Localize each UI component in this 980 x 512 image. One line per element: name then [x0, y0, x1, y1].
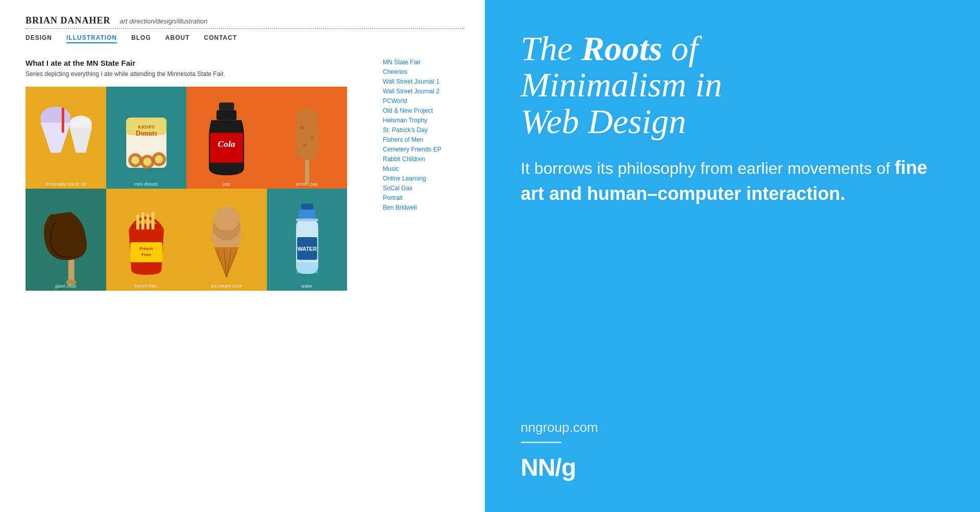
svg-marker-39	[214, 247, 239, 277]
svg-rect-50	[297, 262, 317, 273]
sidebar-link-old-new[interactable]: Old & New Project	[383, 107, 464, 114]
svg-text:Donuts: Donuts	[135, 130, 157, 137]
grid-cell-8: WATER water	[267, 189, 348, 291]
section-desc: Series depicting everything I ate while …	[26, 70, 362, 78]
svg-point-14	[143, 158, 151, 166]
nav-blog[interactable]: BLOG	[131, 34, 151, 43]
sidebar-link-cemetery[interactable]: Cemetery Friends EP	[383, 146, 464, 153]
svg-point-24	[300, 126, 303, 129]
nngroup-url: nngroup.com	[521, 420, 944, 436]
sidebar-link-cheerios[interactable]: Cheerios	[383, 68, 464, 75]
svg-rect-17	[219, 103, 234, 110]
left-panel: BRIAN DANAHER art direction/design/illus…	[0, 0, 485, 512]
site-nav: DESIGN ILLUSTRATION BLOG ABOUT CONTACT	[26, 34, 464, 43]
grid-cell-7: ice cream cone	[186, 189, 267, 291]
grid-cell-4: pronto pup	[267, 87, 348, 189]
svg-point-12	[131, 156, 139, 164]
cell-7-label: ice cream cone	[186, 284, 267, 289]
sidebar-link-portrait[interactable]: Portrait	[383, 194, 464, 201]
body-text-1: It borrows its philosophy from earlier m…	[521, 159, 895, 177]
svg-text:Fries: Fries	[141, 252, 151, 257]
svg-rect-45	[299, 210, 315, 219]
nngroup-logo: NN/g	[521, 453, 944, 481]
grid-cell-6: French Fries french fries	[106, 189, 187, 291]
sidebar-link-stpatrick[interactable]: St. Patrick's Day	[383, 126, 464, 134]
site-title-row: BRIAN DANAHER art direction/design/illus…	[26, 15, 464, 26]
svg-rect-18	[216, 110, 236, 120]
header-divider	[26, 28, 464, 29]
cell-6-label: french fries	[106, 284, 187, 289]
svg-rect-33	[141, 212, 144, 229]
title-minimalism: Minimalism in	[521, 65, 722, 104]
svg-rect-23	[296, 115, 318, 161]
cell-5-label: giant chop	[26, 284, 106, 289]
svg-marker-2	[41, 122, 71, 152]
svg-text:KRISPY: KRISPY	[138, 124, 155, 130]
svg-point-38	[213, 207, 239, 231]
cell-2-label: mini donuts	[106, 182, 187, 187]
main-content: What I ate at the MN State Fair Series d…	[26, 59, 362, 291]
nav-contact[interactable]: CONTACT	[204, 34, 237, 43]
nngroup-divider	[521, 442, 561, 443]
sidebar-link-wsj2[interactable]: Wall Street Journal 2	[383, 88, 464, 95]
cell-1-label: lemonade stand, lol	[26, 182, 106, 187]
site-name: BRIAN DANAHER	[26, 15, 111, 26]
svg-rect-47	[296, 219, 318, 221]
svg-point-16	[155, 155, 163, 163]
nav-about[interactable]: ABOUT	[165, 34, 190, 43]
sidebar-links: MN State Fair Cheerios Wall Street Journ…	[383, 59, 464, 291]
grid-cell-1: lemonade stand, lol	[26, 87, 106, 189]
sidebar-link-rabbit[interactable]: Rabbit Children	[383, 156, 464, 163]
article-header: The Roots of Minimalism in Web Design It…	[521, 31, 944, 207]
title-of: of	[663, 29, 698, 68]
sidebar-link-pcworld[interactable]: PCWorld	[383, 97, 464, 105]
sidebar-link-socal[interactable]: SoCal Gas	[383, 185, 464, 192]
sidebar-link-heisman[interactable]: Heisman Trophy	[383, 117, 464, 124]
cell-4-label: pronto pup	[267, 182, 348, 187]
image-grid: lemonade stand, lol KRISPY Donuts	[26, 87, 347, 291]
svg-text:French: French	[139, 246, 153, 251]
svg-rect-34	[146, 214, 149, 230]
svg-rect-44	[301, 203, 313, 210]
title-webdesign: Web Design	[521, 102, 686, 141]
svg-rect-32	[136, 215, 139, 230]
title-the: The	[521, 29, 581, 68]
cell-3-label: pop	[186, 182, 267, 187]
svg-point-26	[303, 144, 306, 147]
nngroup-section: nngroup.com NN/g	[521, 420, 944, 481]
section-title: What I ate at the MN State Fair	[26, 59, 362, 67]
content-area: What I ate at the MN State Fair Series d…	[26, 59, 464, 291]
svg-rect-3	[62, 108, 64, 133]
article-body: It borrows its philosophy from earlier m…	[521, 155, 939, 207]
site-tagline: art direction/design/illustration	[120, 17, 208, 25]
sidebar-link-wsj1[interactable]: Wall Street Journal 1	[383, 78, 464, 85]
right-panel: The Roots of Minimalism in Web Design It…	[485, 0, 980, 512]
nav-illustration[interactable]: ILLUSTRATION	[66, 34, 117, 43]
sidebar-link-mn-state-fair[interactable]: MN State Fair	[383, 59, 464, 66]
sidebar-link-fishers[interactable]: Fishers of Men	[383, 136, 464, 143]
svg-text:WATER: WATER	[297, 246, 316, 252]
svg-rect-21	[305, 158, 309, 183]
sidebar-link-online-learning[interactable]: Online Learning	[383, 175, 464, 182]
grid-cell-3: Cola pop	[186, 87, 267, 189]
site-header: BRIAN DANAHER art direction/design/illus…	[26, 15, 464, 29]
sidebar-link-ben[interactable]: Ben Bridwell	[383, 204, 464, 211]
svg-marker-6	[70, 127, 92, 152]
svg-rect-35	[151, 212, 154, 229]
svg-text:Cola: Cola	[218, 139, 236, 149]
grid-cell-5: giant chop	[26, 189, 106, 291]
nav-design[interactable]: DESIGN	[26, 34, 52, 43]
svg-point-25	[310, 136, 313, 139]
cell-8-label: water	[267, 284, 348, 289]
article-title: The Roots of Minimalism in Web Design	[521, 31, 944, 140]
grid-cell-2: KRISPY Donuts mini donuts	[106, 87, 187, 189]
title-roots: Roots	[581, 29, 663, 68]
sidebar-link-music[interactable]: Music	[383, 165, 464, 172]
